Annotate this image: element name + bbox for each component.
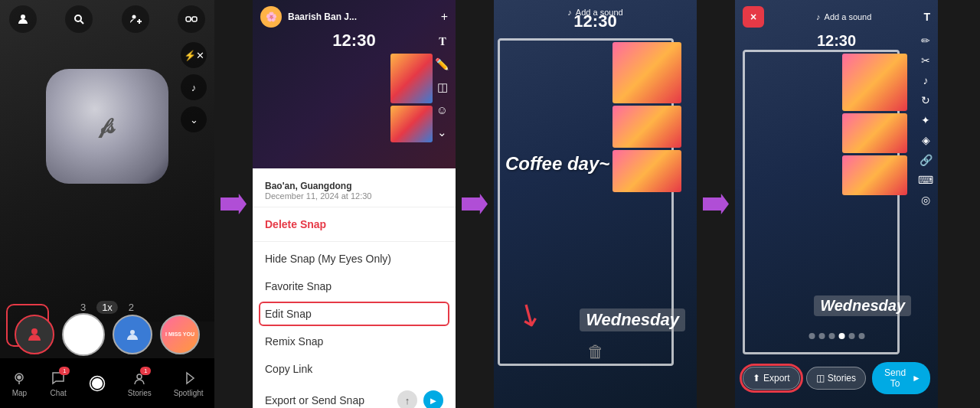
crop-tool-icon[interactable]: ◈ <box>918 134 933 146</box>
menu-item-copy-link[interactable]: Copy Link <box>253 355 456 383</box>
right-tools-4: ✏ ✂ ♪ ↻ ✦ ◈ 🔗 ⌨ ◎ <box>918 34 933 206</box>
scissors-tool-icon[interactable]: ✂ <box>918 54 933 67</box>
story-thumb-circle[interactable] <box>62 313 105 356</box>
map-icon <box>11 370 28 387</box>
filter-tool-icon[interactable]: ◎ <box>918 194 933 206</box>
music-icon[interactable]: ♪ <box>181 74 207 100</box>
stories-icon: 1 <box>131 370 148 387</box>
share-icon-generic: ↑ <box>397 390 417 408</box>
snap-time-display: 12:30 <box>332 31 375 51</box>
photo-strip-3 <box>612 42 681 192</box>
profile-icon[interactable] <box>9 5 37 33</box>
emoji-tool-icon[interactable]: ☺ <box>435 103 449 116</box>
dot-5 <box>848 333 854 339</box>
sticker-tool-icon[interactable]: ◫ <box>435 80 449 94</box>
lens-1x[interactable]: 1x <box>96 301 118 314</box>
snap-preview: 🌸 Baarish Ban J... + 12:30 𝐓 ✏️ ◫ ☺ ⌄ <box>253 0 456 168</box>
snap-location-info: Bao'an, Guangdong December 11, 2024 at 1… <box>253 175 456 204</box>
menu-item-hide[interactable]: Hide Snap (My Eyes Only) <box>253 245 456 273</box>
stories-button[interactable]: ◫ Stories <box>806 367 866 390</box>
music-note-icon-3: ♪ <box>567 8 572 17</box>
time-display-4: 12:30 <box>817 32 856 50</box>
arrow-icon-2 <box>462 191 488 217</box>
nav-item-spotlight[interactable]: Spotlight <box>174 370 204 397</box>
dot-1 <box>808 333 815 339</box>
add-sound-bar-4[interactable]: ♪ Add a sound <box>816 12 871 21</box>
svg-marker-16 <box>187 373 194 384</box>
svg-point-12 <box>18 376 21 379</box>
menu-item-edit[interactable]: Edit Snap <box>253 300 456 328</box>
snap-editor-bg: ♪ Add a sound 12:30 Coffee day~ Wednesda… <box>494 0 697 408</box>
wednesday-text-4: Wednesday <box>814 295 911 316</box>
spectacles-icon[interactable] <box>178 5 205 33</box>
add-friend-icon[interactable] <box>122 5 149 33</box>
more-tools-icon[interactable]: ⌄ <box>435 126 449 139</box>
stories-row: I MISS YOU <box>0 313 214 356</box>
lens-2[interactable]: 2 <box>129 302 134 313</box>
menu-item-delete[interactable]: Delete Snap <box>253 211 456 238</box>
panel-snap-editor: ♪ Add a sound 12:30 Coffee day~ Wednesda… <box>494 0 697 408</box>
menu-item-remix[interactable]: Remix Snap <box>253 328 456 355</box>
nav-item-stories[interactable]: 1 Stories <box>128 370 152 397</box>
svg-point-0 <box>21 15 25 19</box>
dot-6 <box>858 333 864 339</box>
menu-item-favorite[interactable]: Favorite Snap <box>253 273 456 300</box>
product-logo: 𝒻𝓈 <box>101 114 114 139</box>
search-icon[interactable] <box>65 5 93 33</box>
close-button[interactable]: × <box>743 6 764 28</box>
more-icon[interactable]: ⌄ <box>181 106 207 132</box>
music-tool-icon[interactable]: ♪ <box>918 74 933 86</box>
nav-item-camera-shutter[interactable] <box>89 375 106 392</box>
shutter-icon <box>89 375 106 392</box>
snap-subscribe-button[interactable]: + <box>441 10 448 24</box>
dot-2 <box>818 333 825 339</box>
svg-line-2 <box>80 21 83 24</box>
nav-item-chat[interactable]: 1 Chat <box>50 370 67 397</box>
menu-divider-1 <box>253 207 456 207</box>
chat-icon: 1 <box>50 370 67 387</box>
send-to-button[interactable]: Send To ► <box>872 362 930 394</box>
camera-top-bar <box>0 0 214 38</box>
photo-strip-4 <box>842 54 907 195</box>
stories-badge: 1 <box>140 367 151 375</box>
product-image: 𝒻𝓈 <box>46 69 168 184</box>
text-tool-icon[interactable]: 𝐓 <box>435 34 449 48</box>
sparkle-tool-icon[interactable]: ✦ <box>918 114 933 126</box>
wednesday-text-overlay: Wednesday <box>580 308 685 331</box>
stories-btn-icon: ◫ <box>816 373 825 384</box>
story-thumb-blue[interactable] <box>113 315 152 354</box>
step-arrow-1 <box>214 0 253 408</box>
send-arrow-icon: ► <box>912 373 921 384</box>
step-arrow-2 <box>456 0 494 408</box>
time-display-3: 12:30 <box>573 11 616 31</box>
snap-city: Bao'an, Guangdong <box>265 181 443 191</box>
pencil-tool-icon[interactable]: ✏ <box>918 34 933 47</box>
photo-cell-3-1 <box>612 42 681 103</box>
snap-right-tools: 𝐓 ✏️ ◫ ☺ ⌄ <box>435 34 449 139</box>
camera-viewfinder: ⚡✕ ♪ ⌄ 𝒻𝓈 3 1x 2 <box>0 0 214 322</box>
export-top-bar: × ♪ Add a sound T <box>735 6 938 28</box>
nav-item-map[interactable]: Map <box>11 370 28 397</box>
panel-snap-menu: 🌸 Baarish Ban J... + 12:30 𝐓 ✏️ ◫ ☺ ⌄ Ba… <box>253 0 456 408</box>
link-tool-icon[interactable]: 🔗 <box>918 154 933 166</box>
draw-tool-icon[interactable]: ✏️ <box>435 57 449 71</box>
menu-item-export[interactable]: Export or Send Snap ↑ ► <box>253 383 456 408</box>
share-icons-group: ↑ ► <box>397 390 443 408</box>
svg-point-1 <box>75 15 81 21</box>
lens-3[interactable]: 3 <box>80 302 86 313</box>
share-icon-snapchat: ► <box>423 390 443 408</box>
story-thumb-miss-you[interactable]: I MISS YOU <box>160 315 200 354</box>
snap-username: Baarish Ban J... <box>288 11 357 22</box>
bottom-navigation: Map 1 Chat <box>0 358 214 408</box>
svg-point-10 <box>130 330 135 335</box>
dot-4-active <box>838 333 844 339</box>
svg-point-3 <box>132 15 136 19</box>
panel-camera-home: ⚡✕ ♪ ⌄ 𝒻𝓈 3 1x 2 <box>0 0 214 408</box>
caption-tool-icon[interactable]: ⌨ <box>918 174 933 186</box>
rotate-tool-icon[interactable]: ↻ <box>918 94 933 106</box>
flash-off-icon[interactable]: ⚡✕ <box>181 42 207 68</box>
snap-photo-2 <box>390 106 433 142</box>
export-button[interactable]: ⬆ Export <box>743 367 800 390</box>
story-thumb-self[interactable] <box>15 315 54 354</box>
delete-trash-icon[interactable]: 🗑 <box>587 342 604 362</box>
